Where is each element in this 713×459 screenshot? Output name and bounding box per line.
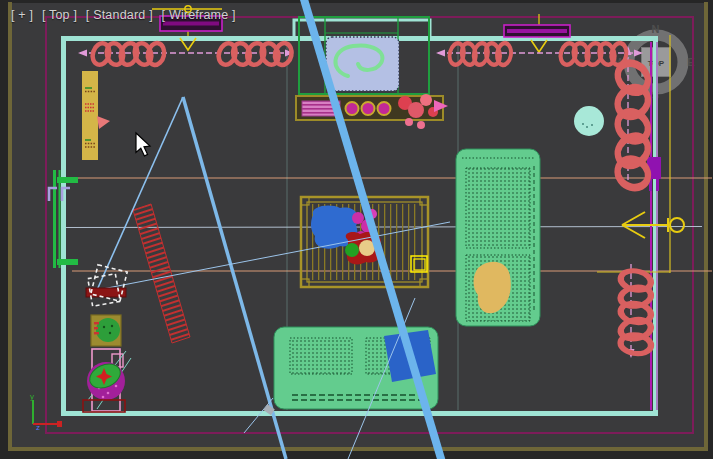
potted-plant[interactable] [91, 315, 121, 346]
radiator-leg [656, 179, 659, 191]
right-sofa[interactable] [456, 149, 540, 326]
viewport-border-left [8, 2, 12, 451]
viewport-render-preset-button[interactable]: [ Standard ] [86, 8, 153, 22]
dresser-top[interactable] [82, 71, 98, 160]
viewport-view-button[interactable]: [ Top ] [42, 8, 77, 22]
plant-detail [94, 332, 99, 334]
axis-z-label: z [36, 423, 40, 432]
sofa-cushion [466, 168, 530, 248]
stool-dot [591, 124, 593, 126]
viewport-label: [ + ] [ Top ] [ Standard ] [ Wireframe ] [11, 8, 241, 22]
plant-dot [111, 325, 113, 327]
axis-x-arrow [57, 421, 62, 427]
plant-detail [94, 327, 98, 329]
viewport-border-right [704, 2, 708, 451]
plant-dot [103, 326, 105, 328]
door-leaf [59, 170, 61, 268]
door-jamb [57, 259, 78, 265]
ottoman-dot [107, 392, 110, 395]
fruit-green [345, 243, 359, 257]
viewport[interactable]: TOP N E S W [0, 0, 713, 459]
console-bowl [378, 102, 391, 115]
viewport-shading-button[interactable]: [ Wireframe ] [162, 8, 236, 22]
round-stool[interactable] [574, 106, 604, 136]
door-jamb [57, 177, 78, 183]
console-bowl [362, 102, 375, 115]
ottoman-dot [115, 385, 118, 388]
sofa-cushion [290, 338, 352, 374]
axis-y-label: y [30, 392, 34, 401]
viewport-border-bottom [8, 447, 708, 451]
viewport-canvas[interactable]: TOP N E S W [0, 0, 713, 459]
stool-dot [586, 126, 588, 128]
stool-top[interactable] [574, 106, 604, 136]
viewport-menu-button[interactable]: [ + ] [11, 8, 33, 22]
plant-dot [109, 332, 111, 334]
plant-foliage [96, 318, 120, 342]
console-bowl [346, 102, 359, 115]
door-leaf[interactable] [53, 170, 56, 268]
plant-detail [94, 322, 99, 324]
viewcube-compass-n[interactable]: N [652, 23, 660, 35]
ottoman-dot [102, 396, 105, 399]
stool-dot [582, 123, 584, 125]
